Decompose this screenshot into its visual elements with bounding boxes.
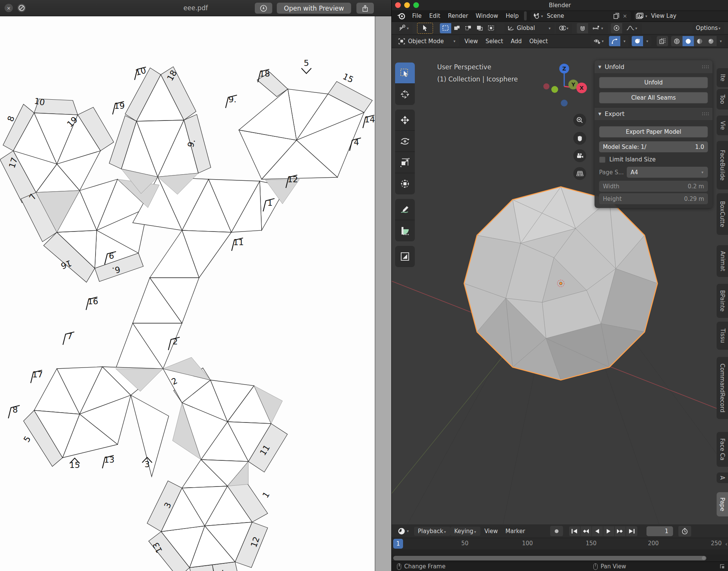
- select-subtract-mode-button[interactable]: [463, 23, 474, 33]
- xray-toggle-button[interactable]: [657, 36, 668, 46]
- sidebar-tab-tissu[interactable]: Tissu: [717, 322, 728, 350]
- timeline-scrollbar[interactable]: [392, 555, 728, 562]
- scrollbar-thumb[interactable]: [393, 556, 706, 560]
- drag-grip-icon[interactable]: [702, 65, 709, 69]
- tool-cursor-button[interactable]: [395, 84, 415, 105]
- object-visibility-dropdown[interactable]: ▾: [590, 36, 607, 46]
- viewport-3d[interactable]: User Perspective (1) Collection | Icosph…: [392, 48, 728, 524]
- viewport-menu-view[interactable]: View: [461, 37, 482, 46]
- scene-selector[interactable]: ▾ Scene ×: [530, 11, 631, 21]
- transform-orientation-dropdown[interactable]: Global▾: [504, 23, 554, 33]
- viewport-menu-select[interactable]: Select: [482, 37, 507, 46]
- unfold-button[interactable]: Unfold: [599, 77, 708, 88]
- timeline-menu-keying[interactable]: Keying▾: [450, 527, 480, 536]
- viewport-menu-add[interactable]: Add: [507, 37, 526, 46]
- timeline-menu-playback[interactable]: Playback▾: [414, 527, 450, 536]
- export-paper-model-button[interactable]: Export Paper Model: [599, 126, 708, 138]
- sidebar-tab-bpainte[interactable]: BPainte: [717, 284, 728, 318]
- tool-measure-button[interactable]: [395, 220, 415, 241]
- menu-help[interactable]: Help: [502, 11, 522, 20]
- gizmo-axis-ball[interactable]: [561, 100, 568, 106]
- open-with-preview-button[interactable]: Open with Preview: [277, 3, 351, 14]
- sidebar-tab-face-ca[interactable]: Face Ca: [717, 432, 728, 467]
- timeline-menu-marker[interactable]: Marker: [502, 527, 529, 536]
- zoom-button[interactable]: [573, 114, 586, 127]
- camera-view-button[interactable]: [573, 149, 586, 162]
- next-keyframe-button[interactable]: [615, 526, 626, 536]
- proportional-edit-button[interactable]: [611, 23, 622, 33]
- page-size-dropdown[interactable]: A4 ▾: [627, 167, 708, 178]
- sidebar-tab-facebuilde[interactable]: FaceBuilde: [717, 141, 728, 189]
- snap-target-dropdown[interactable]: ▾: [588, 23, 608, 33]
- playhead[interactable]: 1: [393, 539, 403, 549]
- tool-rotate-button[interactable]: [395, 131, 415, 152]
- snap-toggle-button[interactable]: [577, 23, 588, 33]
- markup-button[interactable]: [255, 3, 272, 14]
- clear-all-seams-button[interactable]: Clear All Seams: [599, 92, 708, 103]
- menu-edit[interactable]: Edit: [425, 11, 444, 20]
- shading-wireframe-button[interactable]: [671, 36, 682, 46]
- block-icon[interactable]: [17, 4, 26, 12]
- overlays-dropdown[interactable]: ▾: [643, 36, 651, 46]
- jump-to-start-button[interactable]: [569, 526, 581, 536]
- region-collapse-chevron[interactable]: ‹: [725, 540, 728, 548]
- model-scale-field[interactable]: Model Scale: 1/ 1.0: [599, 141, 708, 152]
- view-layer-selector[interactable]: ▾ View Lay: [634, 11, 728, 21]
- active-tool-button[interactable]: [417, 23, 433, 34]
- sidebar-tab-too[interactable]: Too: [717, 89, 728, 110]
- gizmo-axis-ball[interactable]: [543, 83, 549, 89]
- timeline-track[interactable]: [392, 549, 728, 555]
- toggle-perspective-button[interactable]: [573, 167, 586, 180]
- drag-grip-icon[interactable]: [702, 112, 709, 116]
- menu-window[interactable]: Window: [472, 11, 502, 20]
- unfold-panel-header[interactable]: ▼ Unfold: [595, 60, 712, 73]
- play-reverse-button[interactable]: [592, 526, 603, 536]
- unlink-scene-icon[interactable]: ×: [620, 13, 629, 19]
- play-button[interactable]: [603, 526, 615, 536]
- tool-scale-button[interactable]: [395, 152, 415, 173]
- sidebar-tab-a[interactable]: A: [717, 472, 728, 483]
- current-frame-field[interactable]: 1: [646, 526, 673, 536]
- editor-type-dropdown[interactable]: ▾: [395, 526, 413, 536]
- pivot-point-dropdown[interactable]: ▾: [556, 23, 572, 33]
- menu-render[interactable]: Render: [444, 11, 472, 20]
- auto-keying-button[interactable]: [550, 526, 563, 536]
- shading-material-button[interactable]: [694, 36, 705, 46]
- timeline-menu-view[interactable]: View: [480, 527, 502, 536]
- menu-file[interactable]: File: [408, 11, 425, 20]
- options-dropdown[interactable]: Options▾: [693, 23, 724, 33]
- limit-island-size-checkbox[interactable]: [599, 156, 606, 163]
- tool-move-button[interactable]: [395, 110, 415, 131]
- previous-keyframe-button[interactable]: [581, 526, 592, 536]
- new-scene-icon[interactable]: [613, 13, 620, 19]
- tool-add-primitive-button[interactable]: [395, 246, 415, 267]
- select-intersect-mode-button[interactable]: [485, 23, 497, 33]
- proportional-falloff-dropdown[interactable]: ▾: [622, 23, 642, 33]
- pan-button[interactable]: [573, 132, 586, 145]
- select-difference-mode-button[interactable]: [474, 23, 485, 33]
- tool-transform-button[interactable]: [395, 173, 415, 194]
- show-overlays-button[interactable]: [632, 36, 643, 46]
- sidebar-tab-boxcutte[interactable]: BoxCutte: [717, 193, 728, 235]
- share-button[interactable]: [356, 3, 374, 14]
- tool-annotate-button[interactable]: [395, 199, 415, 220]
- jump-to-end-button[interactable]: [626, 526, 637, 536]
- sidebar-tab-commandrecord[interactable]: CommandRecord: [717, 357, 728, 419]
- tool-select-box-button[interactable]: [395, 63, 415, 84]
- shading-dropdown[interactable]: ▾: [717, 36, 725, 46]
- gizmo-axis-ball[interactable]: [551, 86, 558, 93]
- shading-solid-button[interactable]: [682, 36, 694, 46]
- close-icon[interactable]: ×: [5, 4, 13, 12]
- use-preview-range-button[interactable]: [678, 526, 691, 537]
- shading-rendered-button[interactable]: [705, 36, 717, 46]
- show-gizmo-button[interactable]: [609, 36, 620, 46]
- select-extend-mode-button[interactable]: [451, 23, 463, 33]
- viewport-menu-object[interactable]: Object: [526, 37, 552, 46]
- timeline-ruler[interactable]: 1 50100150200250 ‹: [392, 538, 728, 549]
- sidebar-tab-vie[interactable]: Vie: [717, 116, 728, 135]
- sidebar-tab-pape[interactable]: Pape: [717, 492, 728, 516]
- gizmo-dropdown[interactable]: ▾: [620, 36, 629, 46]
- tool-settings-dropdown[interactable]: ▾: [395, 23, 413, 33]
- select-box-mode-button[interactable]: [440, 23, 451, 33]
- sidebar-tab-ite[interactable]: Ite: [717, 68, 728, 87]
